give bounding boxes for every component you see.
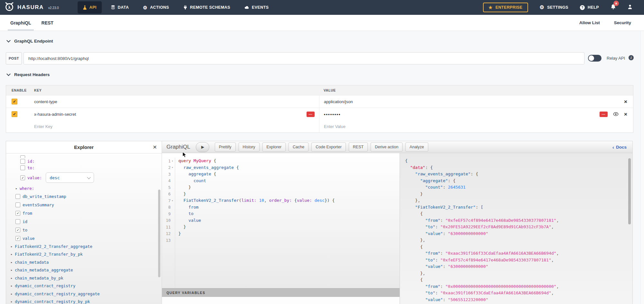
analyze-button[interactable]: Analyze [405,142,428,152]
line-number: 4 [162,178,175,184]
cache-button[interactable]: Cache [289,142,308,152]
explorer-item-dynamic_contract_registry_by_pk[interactable]: ▸dynamic_contract_registry_by_pk [6,298,162,304]
prettify-button[interactable]: Prettify [215,142,236,152]
explorer-item-dynamic_contract_registry_aggregate[interactable]: ▸dynamic_contract_registry_aggregate [6,290,162,298]
nav-item-label: DATA [118,5,129,10]
checked-checkbox-icon[interactable]: ✓ [15,236,20,241]
nav-item-data[interactable]: DATA [106,1,134,14]
header-key-cell[interactable]: x-hasura-admin-secret••• [29,108,319,120]
execute-query-button[interactable]: ▶ [196,142,209,152]
explorer-item-db_write_timestamp[interactable]: db_write_timestamp [6,192,162,201]
explorer-item-label: dynamic_contract_registry_aggregate [15,291,99,296]
response-line: "raw_events_aggregate": { [405,171,632,178]
query-variables-bar[interactable]: QUERY VARIABLES [162,288,400,297]
line-number: 8 [162,204,175,211]
new-header-key-input[interactable]: Enter Key [34,124,52,129]
explorer-item-value[interactable]: ✓value [6,234,162,242]
enterprise-button[interactable]: ★ ENTERPRISE [483,3,528,12]
triangle-right-icon: ▸ [11,252,13,256]
unchecked-checkbox-icon[interactable] [20,159,25,164]
code-exporter-button[interactable]: Code Exporter [311,142,346,152]
query-editor[interactable]: 1▾2▾34567▾8910111213 query MyQuery { raw… [162,153,400,288]
new-header-value-input[interactable]: Enter Value [324,124,346,129]
fold-arrow-icon: ▾ [171,199,174,202]
settings-button[interactable]: ⚙ SETTINGS [540,5,568,10]
security-link[interactable]: Security [614,20,631,25]
unchecked-checkbox-icon[interactable] [20,165,25,170]
page-scrollbar[interactable] [640,15,644,304]
header-enable-checkbox[interactable]: ✓ [12,111,17,117]
triangle-right-icon: ▸ [11,292,13,296]
header-value-cell[interactable]: application/json× [319,95,633,108]
header-key-cell[interactable]: content-type [29,95,319,108]
remove-header-icon[interactable]: × [624,112,627,117]
unchecked-checkbox-icon[interactable] [15,202,20,207]
line-number: 12 [162,230,175,237]
nav-item-events[interactable]: EVENTS [239,1,274,14]
unchecked-checkbox-icon[interactable] [15,219,20,224]
explorer-item-value[interactable]: ✓value:desc [6,171,162,184]
nav-item-label: ACTIONS [150,5,169,10]
explorer-item-dynamic_contract_registry[interactable]: ▸dynamic_contract_registry [6,282,162,290]
rest-button[interactable]: REST [349,142,368,152]
tab-rest[interactable]: REST [42,15,53,31]
header-key: content-type [34,99,57,104]
tab-graphiql[interactable]: GraphiQL [10,15,31,31]
code-line: raw_events_aggregate { [178,164,400,171]
info-icon[interactable]: i [629,55,634,60]
history-button[interactable]: History [239,142,260,152]
triangle-right-icon: ▸ [11,284,13,288]
checked-checkbox-icon[interactable]: ✓ [20,175,25,180]
explorer-item-chain_metadata[interactable]: ▸chain_metadata [6,258,162,266]
explorer-item-FiatTokenV2_2_Transfer_aggregate[interactable]: ▸FiatTokenV2_2_Transfer_aggregate [6,242,162,250]
user-menu-button[interactable] [628,4,632,11]
close-icon[interactable]: × [153,143,157,151]
explorer-item-from[interactable]: ✓from [6,209,162,217]
explorer-button[interactable]: Explorer [262,142,286,152]
explorer-item-label: where: [20,186,34,191]
star-icon: ★ [488,5,493,10]
explorer-item-partial[interactable] [6,155,162,158]
explorer-item-id[interactable]: id [6,217,162,226]
checked-checkbox-icon[interactable]: ✓ [15,228,20,232]
explorer-item-to[interactable]: ✓to [6,226,162,234]
derive-action-button[interactable]: Derive action [371,142,402,152]
line-number: 1▾ [162,158,175,164]
header-value-cell[interactable]: •••••••••••× [319,108,633,120]
explorer-header: Explorer × [6,141,162,153]
help-button[interactable]: ? HELP [580,5,599,10]
query-variables-editor[interactable] [162,297,400,304]
code-line: FiatTokenV2_2_Transfer(limit: 10, order_… [178,197,400,204]
explorer-item-eventsSummary[interactable]: eventsSummary [6,201,162,209]
top-nav-right: ★ ENTERPRISE ⚙ SETTINGS ? HELP 9 [483,3,632,12]
hasura-brand[interactable]: λ HASURA v2.23.0 [5,2,59,13]
explorer-item-chain_metadata_by_pk[interactable]: ▸chain_metadata_by_pk [6,274,162,282]
graphql-endpoint-heading[interactable]: GraphQL Endpoint [7,39,53,44]
explorer-item-chain_metadata_aggregate[interactable]: ▸chain_metadata_aggregate [6,266,162,274]
endpoint-url-input[interactable]: http://localhost:8080/v1/graphql [24,52,584,64]
order-by-dropdown[interactable]: desc [46,172,94,183]
explorer-item-where[interactable]: ▸where: [6,184,162,192]
request-headers-heading[interactable]: Request Headers [7,72,50,77]
response-scrollbar[interactable] [628,158,631,224]
explorer-item-FiatTokenV2_2_Transfer_by_pk[interactable]: ▸FiatTokenV2_2_Transfer_by_pk [6,250,162,259]
nav-item-actions[interactable]: ⚙ACTIONS [138,1,174,14]
remove-header-icon[interactable]: × [624,99,627,104]
nav-item-remote-schemas[interactable]: REMOTE SCHEMAS [178,1,235,14]
eye-icon[interactable] [613,112,619,116]
explorer-item-id[interactable]: id: [6,158,162,164]
explorer-scrollbar[interactable] [158,190,160,277]
header-enable-checkbox[interactable]: ✓ [12,99,17,104]
notifications-button[interactable]: 9 [611,4,616,11]
nav-item-api[interactable]: API [78,1,102,14]
relay-api-toggle[interactable] [588,55,601,62]
checked-checkbox-icon[interactable]: ✓ [15,211,20,216]
explorer-item-to[interactable]: to: [6,164,162,171]
unchecked-checkbox-icon[interactable] [15,194,20,199]
unchecked-checkbox-icon[interactable] [20,155,25,158]
header-value: •••••••• [324,112,341,117]
allow-list-link[interactable]: Allow List [579,20,600,25]
docs-link[interactable]: ‹ Docs [612,144,627,150]
graphiql-title: GraphiQL [166,144,190,150]
chevron-down-icon [6,38,11,43]
